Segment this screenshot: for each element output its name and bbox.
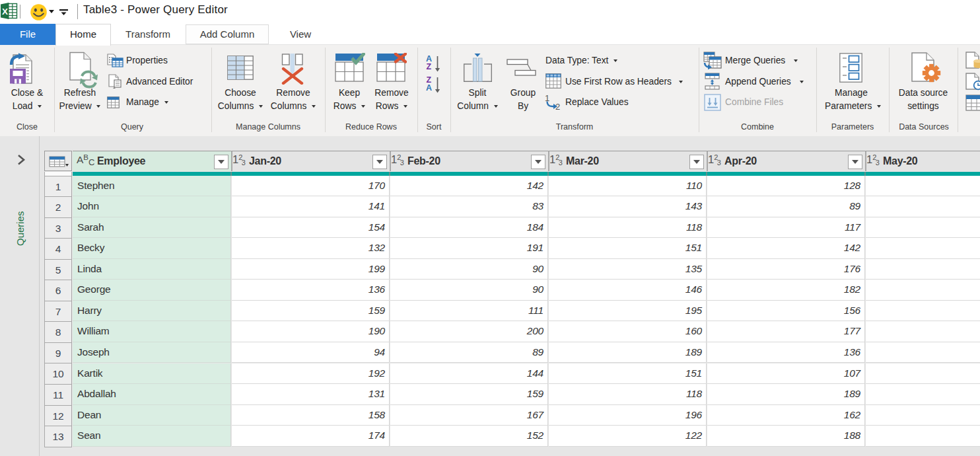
svg-text:A: A (426, 83, 432, 93)
svg-text:Z: Z (427, 62, 432, 71)
svg-text:2: 2 (555, 102, 560, 110)
svg-text:X: X (2, 7, 8, 17)
